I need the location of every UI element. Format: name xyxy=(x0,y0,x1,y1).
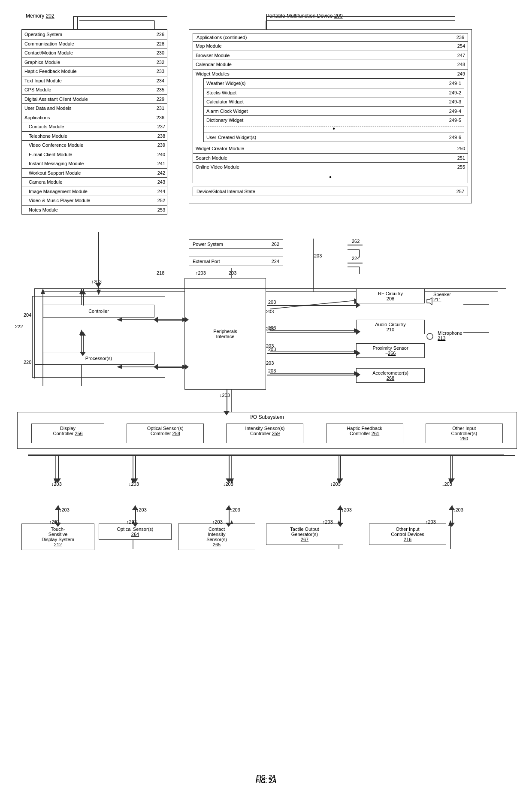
io-arrow-label-4: ↓203 xyxy=(342,507,352,512)
notes-item: Notes Module 253 xyxy=(22,205,167,215)
other-ctrl-to-devices-arrow-d xyxy=(449,523,455,527)
io-label: I/O Subsystem xyxy=(18,412,517,422)
widget-modules-item: Widget Modules 249 xyxy=(193,69,468,79)
power-line-h xyxy=(348,245,363,245)
widgetcreator-num: 250 xyxy=(457,145,465,152)
usercreated-num: 249-6 xyxy=(449,134,461,141)
svg-point-62 xyxy=(427,333,433,339)
periph-down-arrow xyxy=(224,411,230,415)
periph-rf-label: 203 xyxy=(268,300,276,305)
periph-prox-label: 203 xyxy=(268,347,276,352)
up-arrow-4: ↑203 xyxy=(323,519,333,524)
touch-display-label: Touch- xyxy=(24,527,92,532)
ext-port-label-num: 224 xyxy=(352,256,360,261)
diagram-container: Memory 202 Operating System 226 Communic… xyxy=(0,0,532,793)
device-state-num: 257 xyxy=(456,189,464,194)
up-arrow-3: ↑203 xyxy=(212,519,223,524)
intensity-ctrl-label: Intensity Sensor(s) xyxy=(228,426,301,431)
ctrl-to-proc-arrow-u xyxy=(80,331,86,336)
processor-num: 220 xyxy=(24,360,31,365)
periph-audio-label: 203 xyxy=(268,325,276,330)
applications-item: Applications 236 xyxy=(22,113,167,122)
rf-circuitry-num: 208 xyxy=(360,296,421,301)
portable-device-label: Portable Multifunction Device 200 xyxy=(266,13,343,19)
peripherals-label2: Interface xyxy=(213,334,237,339)
graphics-label: Graphics Module xyxy=(24,59,60,66)
rf-circuitry-box: RF Circuitry 208 xyxy=(356,289,425,303)
userdata-item: User Data and Models 231 xyxy=(22,103,167,113)
optical-sensor-ctrl-label: Optical Sensor(s) xyxy=(129,426,202,431)
stocks-label: Stocks Widget xyxy=(206,89,236,97)
fig-caption: FIG. 2A xyxy=(0,778,532,784)
mem-bracket-h xyxy=(73,16,167,17)
contact-intensity-label: Contact xyxy=(180,527,253,532)
textinput-num: 234 xyxy=(157,77,164,85)
ctrl-to-proc-arrow-d xyxy=(80,352,86,356)
userdata-label: User Data and Models xyxy=(24,105,71,112)
tactile-output-num: 267 xyxy=(268,537,341,542)
contacts-item: Contacts Module 237 xyxy=(22,122,167,131)
touch-display-label2: Sensitive xyxy=(24,532,92,537)
svg-marker-10 xyxy=(97,290,101,295)
alarmclock-item: Alarm Clock Widget 249-4 xyxy=(204,106,464,116)
audio-circuitry-box: Audio Circuitry 210 xyxy=(356,320,425,334)
stocks-item: Stocks Widget 249-2 xyxy=(204,88,464,97)
portable-to-bus-label: 203 xyxy=(314,253,322,258)
imagemgmt-label: Image Management Module xyxy=(29,188,88,195)
power-system-box: Power System 262 xyxy=(189,239,283,249)
stocks-num: 249-2 xyxy=(449,89,461,97)
dictionary-label: Dictionary Widget xyxy=(206,117,243,124)
io-arrow-label-5: ↓203 xyxy=(453,507,463,512)
display-controller-label: Display xyxy=(33,426,102,431)
ctrl-to-proc-line xyxy=(83,333,84,353)
workout-item: Workout Support Module 242 xyxy=(22,168,167,178)
contact-intensity-num: 265 xyxy=(180,542,253,547)
svg-line-28 xyxy=(270,300,356,309)
contact-intensity-label3: Sensor(s) xyxy=(180,537,253,542)
dictionary-item: Dictionary Widget 249-5 xyxy=(204,115,464,125)
map-item: Map Module 254 xyxy=(193,41,468,51)
map-num: 254 xyxy=(457,42,465,50)
optical-sensor-controller-box: Optical Sensor(s) Controller 258 xyxy=(127,424,204,443)
io-to-int-ctrl-arrow xyxy=(226,478,232,483)
camera-item: Camera Module 243 xyxy=(22,177,167,187)
tactile-output-label: Tactile Output xyxy=(268,527,341,532)
external-port-box: External Port 224 xyxy=(189,257,283,266)
gps-num: 235 xyxy=(157,86,164,94)
audio-circuitry-label: Audio Circuitry xyxy=(360,322,421,327)
contact-intensity-label2: Intensity xyxy=(180,532,253,537)
haptic-item: Haptic Feedback Module 233 xyxy=(22,67,167,76)
periph-to-accel-arrow xyxy=(356,372,360,378)
periph-to-prox-line xyxy=(267,353,358,354)
contact-label: Contact/Motion Module xyxy=(24,49,73,57)
weather-item: Weather Widget(s) 249-1 xyxy=(204,79,464,88)
memory-label: Memory 202 xyxy=(26,13,54,19)
io-subsystem-box: I/O Subsystem Display Controller 256 Opt… xyxy=(17,412,517,449)
dictionary-num: 249-5 xyxy=(449,117,461,124)
proximity-sensor-box: Proximity Sensor ~266 xyxy=(356,343,425,358)
touch-display-box: Touch- Sensitive Display System 212 xyxy=(21,524,94,550)
external-port-label: External Port xyxy=(193,259,220,264)
widget-modules-num: 249 xyxy=(457,70,465,78)
mem-bracket-top xyxy=(73,16,74,30)
videoconf-num: 239 xyxy=(157,142,165,149)
os-label: Operating System xyxy=(24,31,62,38)
graphics-num: 232 xyxy=(157,59,164,66)
power-label-num: 262 xyxy=(352,239,360,244)
accelerometers-label: Accelerometer(s) xyxy=(360,370,421,375)
comm-label: Communication Module xyxy=(24,40,74,48)
other-input-controller-box: Other Input Controller(s) 260 xyxy=(426,424,503,443)
power-system-label: Power System xyxy=(193,242,223,247)
browser-num: 247 xyxy=(457,52,465,59)
optical-sensor-ctrl-label2: Controller 258 xyxy=(129,431,202,436)
workout-label: Workout Support Module xyxy=(29,169,81,177)
haptic-ctrl-label: Haptic Feedback xyxy=(328,426,401,431)
widgetcreator-label: Widget Creator Module xyxy=(196,145,244,152)
onlinevideo-item: Online Video Module 255 xyxy=(193,162,468,172)
bus-label-4: 203 xyxy=(229,270,236,275)
controller-num: 204 xyxy=(24,312,31,318)
gps-item: GPS Module 235 xyxy=(22,85,167,94)
apps-continued-label: Applications (continued) xyxy=(196,35,247,40)
portable-bracket-h xyxy=(266,16,455,17)
im-item: Instant Messaging Module 241 xyxy=(22,159,167,168)
